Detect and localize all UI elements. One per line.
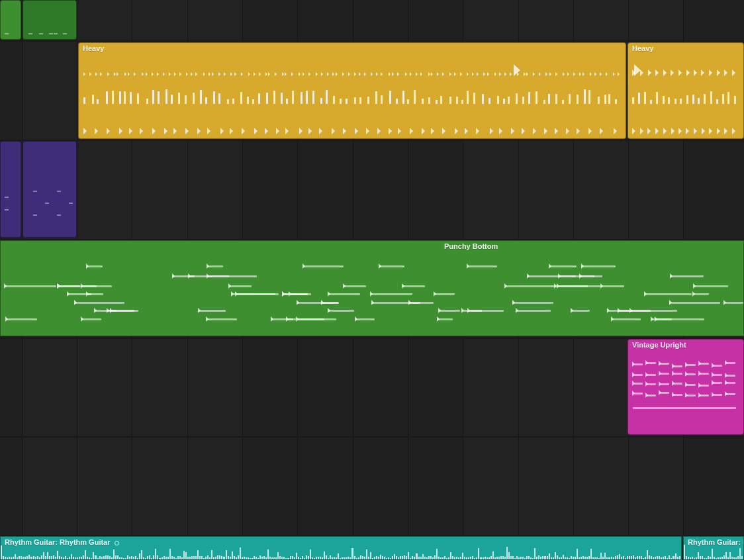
region-label: Punchy Bottom: [444, 242, 498, 250]
region-audio-rhythm-guitar-1[interactable]: Rhythm Guitar: Rhythm Guitar: [0, 536, 682, 560]
region-label: Rhythm Guitar: Rh: [688, 538, 744, 546]
region-audio-rhythm-guitar-2[interactable]: Rhythm Guitar: Rh: [683, 536, 744, 560]
region-midi-purple-2[interactable]: [23, 141, 77, 238]
region-label: Heavy: [632, 44, 653, 52]
region-midi-punchy-bottom[interactable]: Punchy Bottom: [0, 240, 744, 336]
region-midi-green-1[interactable]: [0, 0, 21, 40]
region-midi-green-2[interactable]: [23, 0, 77, 40]
region-midi-vintage-upright[interactable]: Vintage Upright: [628, 339, 744, 435]
region-label: Vintage Upright: [632, 341, 686, 349]
region-label: Heavy: [83, 44, 104, 52]
region-label: Rhythm Guitar: Rhythm Guitar: [5, 538, 119, 546]
arrange-area[interactable]: Heavy Heavy Punchy Bottom Vintage U: [0, 0, 744, 560]
region-drummer-heavy-2[interactable]: Heavy: [628, 42, 744, 139]
region-midi-purple-1[interactable]: [0, 141, 21, 238]
loop-indicator-icon: [115, 541, 119, 545]
region-drummer-heavy-1[interactable]: Heavy: [78, 42, 626, 139]
